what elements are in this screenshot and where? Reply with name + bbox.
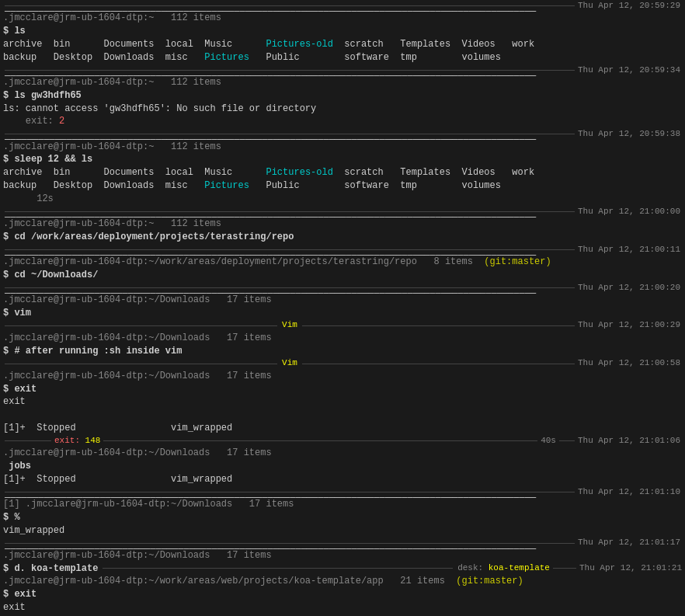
vim-label: Vim (277, 357, 302, 369)
timestamp: Thu Apr 12, 21:01:21 (579, 562, 682, 574)
time-label: 40s (537, 435, 559, 447)
terminal: ────────────────────────────────────────… (0, 0, 685, 616)
divider-row: ────────────────────────────────────────… (3, 64, 682, 76)
plain-line: vim_wrapped (3, 524, 682, 538)
timestamp: Thu Apr 12, 20:59:34 (575, 64, 680, 76)
git-label: (git:master) (456, 576, 523, 586)
timestamp: Thu Apr 12, 21:00:00 (575, 206, 680, 218)
divider-exit-row: exit: 14840sThu Apr 12, 21:01:06 (3, 435, 682, 447)
cmd-line: $ ls (3, 25, 682, 38)
cmd-line: $ cd /work/areas/deployment/projects/ter… (3, 231, 682, 244)
ls-row2: backup Desktop Downloads misc Pictures P… (3, 179, 682, 193)
ls-row2: backup Desktop Downloads misc Pictures P… (3, 51, 682, 64)
cmd-line: $ ls gw3hdfh65 (3, 89, 682, 103)
cmd-line: $ exit (3, 383, 682, 396)
ls-row1: archive bin Documents local Music Pictur… (3, 38, 682, 51)
timestamp: Thu Apr 12, 21:00:11 (575, 244, 680, 256)
desk-label: desk: (457, 562, 489, 574)
timestamp: Thu Apr 12, 21:01:10 (575, 486, 680, 498)
divider-row: ────────────────────────────────────────… (3, 206, 682, 218)
cmd-line: $ vim (3, 307, 682, 320)
divider-vim-row: VimThu Apr 12, 21:00:29 (3, 319, 682, 331)
cmd-line: $ # after running :sh inside vim (3, 345, 682, 358)
terminal-content: ────────────────────────────────────────… (0, 0, 685, 616)
prompt-line2: .jmcclare@jrm-ub-1604-dtp:~/work/areas/w… (3, 575, 682, 588)
prompt: .jmcclare@jrm-ub-1604-dtp:~/Downloads (3, 371, 210, 381)
sleep-time: 12s (3, 193, 682, 206)
cmd-line: jobs (3, 460, 682, 473)
vim-label: Vim (277, 319, 302, 331)
prompt-line: .jmcclare@jrm-ub-1604-dtp:~/Downloads 17… (3, 332, 682, 345)
dollar: $ exit (3, 384, 37, 395)
cmd-line: $ sleep 12 && ls (3, 153, 682, 166)
blank-line (3, 409, 682, 422)
divider-row: ────────────────────────────────────────… (3, 0, 682, 12)
timestamp: Thu Apr 12, 20:59:29 (575, 0, 680, 12)
exit-label: exit: 148 (51, 435, 103, 447)
dollar: $ cd ~/Downloads/ (3, 270, 98, 280)
dollar: jobs (3, 461, 31, 472)
cmd-line: $ % (3, 511, 682, 524)
plain-line: exit (3, 601, 682, 614)
dollar: $ # after running :sh inside vim (3, 346, 182, 357)
dollar: $ cd /work/areas/deployment/projects/ter… (3, 231, 294, 242)
divider-vim-row: VimThu Apr 12, 21:00:58 (3, 357, 682, 369)
divider-row: ────────────────────────────────────────… (3, 282, 682, 294)
dollar: $ sleep 12 && ls (3, 154, 92, 165)
dollar: $ ls gw3hdfh65 (3, 90, 82, 101)
divider-row: ────────────────────────────────────────… (3, 537, 682, 548)
dollar: $ % (3, 512, 20, 523)
plain-line: exit (3, 395, 682, 409)
cmd-line: $ cd ~/Downloads/ (3, 269, 682, 282)
timestamp: Thu Apr 12, 20:59:38 (575, 128, 680, 140)
divider-row: ────────────────────────────────────────… (3, 128, 682, 140)
timestamp: Thu Apr 12, 21:01:06 (575, 435, 680, 447)
prompt-line: .jmcclare@jrm-ub-1604-dtp:~/Downloads 17… (3, 370, 682, 383)
error-line: ls: cannot access 'gw3hdfh65': No such f… (3, 103, 682, 116)
cmd-line: $ exit (3, 588, 682, 601)
timestamp: Thu Apr 12, 21:00:29 (575, 319, 680, 331)
divider-row: ────────────────────────────────────────… (3, 244, 682, 256)
cmd-text: $ d. koa-template (3, 562, 98, 576)
prompt-line: .jmcclare@jrm-ub-1604-dtp:~/Downloads 17… (3, 447, 682, 460)
dollar: $ vim (3, 308, 31, 318)
timestamp: Thu Apr 12, 21:00:58 (575, 357, 680, 369)
exit-indicator: exit: 2 (3, 115, 682, 128)
desk-name: koa-template (489, 562, 550, 574)
prompt: .jmcclare@jrm-ub-1604-dtp:~/Downloads (3, 332, 210, 343)
timestamp: Thu Apr 12, 21:01:17 (575, 537, 680, 548)
prompt: .jmcclare@jrm-ub-1604-dtp:~/work/areas/w… (3, 576, 384, 586)
prompt: .jmcclare@jrm-ub-1604-dtp:~/Downloads (3, 447, 210, 458)
timestamp: Thu Apr 12, 21:00:20 (575, 282, 680, 294)
stopped-line: [1]+ Stopped vim_wrapped (3, 422, 682, 435)
desk-cmd-row: $ d. koa-templatedesk: koa-templateThu A… (3, 562, 682, 576)
dollar: $ exit (3, 589, 37, 600)
ls-row1: archive bin Documents local Music Pictur… (3, 166, 682, 179)
stopped-line: [1]+ Stopped vim_wrapped (3, 473, 682, 486)
dollar: $ ls (3, 26, 26, 37)
divider-row: ────────────────────────────────────────… (3, 486, 682, 498)
